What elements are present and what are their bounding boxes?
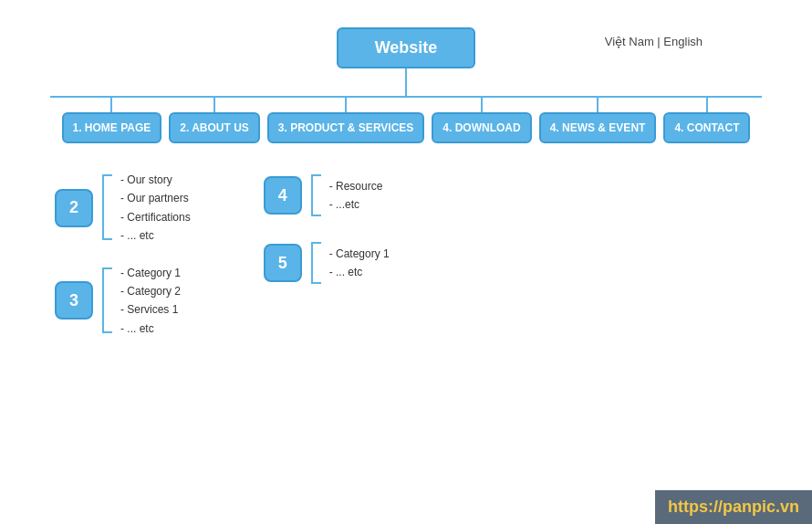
lang-text: Việt Nam | English <box>605 35 703 48</box>
bottom-section: 2 - Our story - Our partners - Certifica… <box>0 152 812 356</box>
lang-selector[interactable]: Việt Nam | English <box>605 35 703 48</box>
connector-products <box>345 98 347 112</box>
connector-contact <box>706 98 708 112</box>
connector-home <box>110 98 112 112</box>
nav-item-download: 4. DOWNLOAD <box>432 98 531 143</box>
sub-number-2: 2 <box>55 189 93 227</box>
sub-item-3: 3 - Category 1 - Category 2 - Services 1… <box>55 264 191 339</box>
connector-top <box>405 68 407 96</box>
sub-number-4: 4 <box>264 176 302 215</box>
bracket-svg-5 <box>307 238 324 288</box>
connector-news <box>597 98 599 112</box>
nav-box-download[interactable]: 4. DOWNLOAD <box>432 112 531 143</box>
top-section: Việt Nam | English Website 1. HOME PAGE … <box>0 0 812 143</box>
sub-text-4: - Resource - ...etc <box>324 171 383 220</box>
nav-box-news[interactable]: 4. NEWS & EVENT <box>539 112 657 143</box>
sub-group-left: 2 - Our story - Our partners - Certifica… <box>55 171 191 338</box>
website-box: Website <box>337 27 476 68</box>
nav-item-about: 2. ABOUT US <box>169 98 260 143</box>
bracket-svg-3 <box>99 264 115 337</box>
bracket-3: - Category 1 - Category 2 - Services 1 -… <box>99 264 181 339</box>
sub-text-2: - Our story - Our partners - Certificati… <box>115 171 191 246</box>
nav-box-about[interactable]: 2. ABOUT US <box>169 112 260 143</box>
nav-box-contact[interactable]: 4. CONTACT <box>663 112 750 143</box>
bracket-2: - Our story - Our partners - Certificati… <box>99 171 191 246</box>
bracket-svg-2 <box>99 171 115 244</box>
sub-number-5: 5 <box>264 244 302 282</box>
nav-box-home[interactable]: 1. HOME PAGE <box>62 112 162 143</box>
sub-item-2: 2 - Our story - Our partners - Certifica… <box>55 171 191 246</box>
connector-download <box>481 98 483 112</box>
nav-item-home: 1. HOME PAGE <box>62 98 162 143</box>
bracket-4: - Resource - ...etc <box>307 171 383 220</box>
sub-item-5: 5 - Category 1 - ... etc <box>264 238 390 288</box>
website-label: Website <box>375 38 438 57</box>
nav-item-news: 4. NEWS & EVENT <box>539 98 657 143</box>
sub-text-5: - Category 1 - ... etc <box>324 238 390 288</box>
bracket-svg-4 <box>307 171 324 220</box>
nav-row: 1. HOME PAGE 2. ABOUT US 3. PRODUCT & SE… <box>62 98 751 143</box>
sub-text-3: - Category 1 - Category 2 - Services 1 -… <box>115 264 181 339</box>
connector-about <box>213 98 215 112</box>
sub-item-4: 4 - Resource - ...etc <box>264 171 390 220</box>
bracket-5: - Category 1 - ... etc <box>307 238 390 288</box>
nav-item-contact: 4. CONTACT <box>663 98 750 143</box>
nav-box-products[interactable]: 3. PRODUCT & SERVICES <box>267 112 424 143</box>
nav-item-products: 3. PRODUCT & SERVICES <box>267 98 424 143</box>
sub-group-right: 4 - Resource - ...etc 5 <box>264 171 390 338</box>
watermark: https://panpic.vn <box>655 490 812 524</box>
sub-number-3: 3 <box>55 281 93 320</box>
